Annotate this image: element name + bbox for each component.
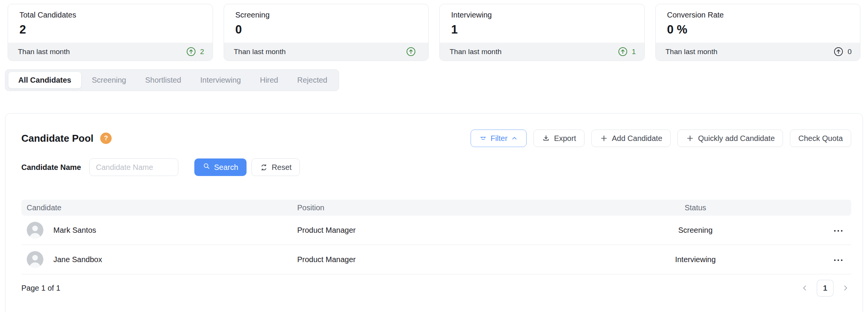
stat-title: Total Candidates (19, 11, 201, 19)
stats-row: Total Candidates 2 Than last month 2 Scr… (0, 0, 868, 61)
actions-cell (775, 255, 851, 264)
column-header-candidate: Candidate (21, 203, 292, 212)
filter-button[interactable]: Filter (471, 130, 526, 147)
tab-all-candidates[interactable]: All Candidates (8, 72, 81, 88)
stat-footer-label: Than last month (666, 48, 717, 56)
stat-card-interviewing: Interviewing 1 Than last month 1 (439, 4, 645, 61)
stat-value: 2 (19, 23, 201, 37)
actions-cell (775, 226, 851, 235)
stat-card-screening: Screening 0 Than last month (224, 4, 429, 61)
candidate-pool-panel: Candidate Pool ? Filter Export Add Candi… (5, 113, 863, 312)
stat-card-body: Screening 0 (224, 4, 429, 43)
avatar (27, 251, 43, 268)
stat-value: 1 (451, 23, 633, 37)
stat-footer: Than last month 2 (8, 43, 213, 61)
candidate-cell: Mark Santos (21, 222, 292, 238)
stat-footer: Than last month (224, 43, 429, 61)
candidate-table: Candidate Position Status Mark Santos Pr… (21, 200, 851, 274)
stat-card-body: Interviewing 1 (440, 4, 644, 43)
tab-hired[interactable]: Hired (251, 72, 287, 88)
add-candidate-button[interactable]: Add Candidate (591, 130, 671, 147)
export-button[interactable]: Export (533, 130, 585, 147)
stat-footer-label: Than last month (234, 48, 286, 56)
quickly-add-candidate-button[interactable]: Quickly add Candidate (677, 130, 783, 147)
circle-arrow-up-icon (186, 47, 196, 56)
search-button-label: Search (214, 163, 238, 172)
row-menu-ellipsis-icon[interactable] (831, 227, 845, 235)
avatar (27, 222, 43, 238)
position-cell: Product Manager (292, 226, 615, 235)
filter-button-label: Filter (490, 134, 507, 143)
position-cell: Product Manager (292, 255, 615, 264)
search-button[interactable]: Search (194, 158, 247, 176)
filter-lines-icon (479, 134, 487, 142)
chevron-up-icon (511, 134, 518, 142)
stat-title: Screening (235, 11, 417, 19)
trend-indicator (406, 47, 420, 56)
page-number-button[interactable]: 1 (817, 280, 834, 297)
panel-title-wrap: Candidate Pool ? (21, 133, 112, 144)
trend-indicator: 1 (618, 47, 636, 56)
circle-arrow-up-icon (834, 47, 843, 56)
stat-footer: Than last month 0 (656, 43, 860, 61)
table-row: Mark Santos Product Manager Screening (21, 216, 851, 245)
trend-value: 0 (847, 48, 852, 56)
magnifier-icon (203, 162, 211, 172)
plus-icon (686, 134, 694, 142)
chevron-right-icon[interactable] (840, 282, 851, 294)
stat-card-body: Conversion Rate 0 % (656, 4, 860, 43)
stat-value: 0 (235, 23, 417, 37)
column-header-position: Position (292, 203, 615, 212)
download-icon (542, 134, 550, 142)
trend-value: 1 (632, 48, 636, 56)
stat-value: 0 % (667, 23, 849, 37)
add-candidate-button-label: Add Candidate (612, 134, 662, 143)
table-header-row: Candidate Position Status (21, 200, 851, 216)
trend-indicator: 0 (834, 47, 852, 56)
circle-arrow-up-icon (618, 47, 628, 56)
page-summary: Page 1 of 1 (21, 284, 60, 293)
tab-screening[interactable]: Screening (83, 72, 135, 88)
check-quota-button[interactable]: Check Quota (790, 130, 851, 147)
quickly-add-candidate-button-label: Quickly add Candidate (698, 134, 775, 143)
export-button-label: Export (554, 134, 576, 143)
search-row: Candidate Name Search Reset (5, 147, 863, 176)
status-cell: Interviewing (615, 255, 775, 264)
stat-footer-label: Than last month (450, 48, 501, 56)
tab-rejected[interactable]: Rejected (289, 72, 336, 88)
chevron-left-icon[interactable] (799, 282, 810, 294)
check-quota-button-label: Check Quota (798, 134, 843, 143)
stat-title: Interviewing (451, 11, 633, 19)
trend-indicator: 2 (186, 47, 204, 56)
trend-value: 2 (200, 48, 204, 56)
candidate-name-label: Candidate Name (21, 163, 81, 172)
tab-shortlisted[interactable]: Shortlisted (137, 72, 190, 88)
column-header-status: Status (615, 203, 775, 212)
candidate-name: Jane Sandbox (53, 255, 102, 264)
panel-header: Candidate Pool ? Filter Export Add Candi… (5, 114, 863, 147)
stat-footer: Than last month 1 (440, 43, 644, 61)
row-menu-ellipsis-icon[interactable] (831, 256, 845, 264)
toolbar: Filter Export Add Candidate Quickly add … (471, 130, 851, 147)
stat-card-total-candidates: Total Candidates 2 Than last month 2 (8, 4, 213, 61)
candidate-cell: Jane Sandbox (21, 251, 292, 268)
plus-icon (600, 134, 608, 142)
pagination: Page 1 of 1 1 (21, 274, 851, 302)
reset-button[interactable]: Reset (251, 158, 300, 176)
pager: 1 (799, 280, 851, 297)
stat-title: Conversion Rate (667, 11, 849, 19)
stat-card-conversion-rate: Conversion Rate 0 % Than last month 0 (655, 4, 861, 61)
page-title: Candidate Pool (21, 133, 93, 144)
candidate-status-tabs: All Candidates Screening Shortlisted Int… (5, 69, 339, 91)
stat-card-body: Total Candidates 2 (8, 4, 213, 43)
candidate-name-input[interactable] (89, 158, 178, 176)
candidate-name: Mark Santos (53, 226, 96, 235)
refresh-icon (260, 163, 268, 171)
table-row: Jane Sandbox Product Manager Interviewin… (21, 245, 851, 274)
circle-arrow-up-icon (406, 47, 416, 56)
help-question-icon[interactable]: ? (100, 133, 112, 144)
stat-footer-label: Than last month (18, 48, 70, 56)
tab-interviewing[interactable]: Interviewing (192, 72, 249, 88)
reset-button-label: Reset (272, 163, 291, 172)
status-cell: Screening (615, 226, 775, 235)
